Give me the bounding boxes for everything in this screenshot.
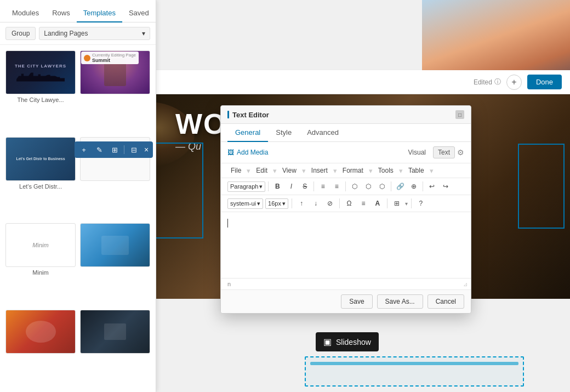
unlink-button[interactable]: ⊕ xyxy=(408,180,420,192)
bold-button[interactable]: B xyxy=(271,180,283,192)
menu-view[interactable]: View xyxy=(279,166,300,175)
modal-header: Text Editor □ xyxy=(221,106,471,124)
link-button[interactable]: 🔗 xyxy=(394,180,406,192)
tab-general[interactable]: General xyxy=(227,124,268,142)
chevron-down-icon: ▾ xyxy=(142,30,145,37)
edited-status: Edited ⓘ xyxy=(474,77,501,87)
redo-button[interactable]: ↪ xyxy=(440,180,452,192)
superscript-button[interactable]: ↑ xyxy=(295,197,307,209)
visual-tab-button[interactable]: Visual xyxy=(403,146,431,158)
save-button[interactable]: Save xyxy=(341,294,372,309)
template-item-minim[interactable]: Minim Minim xyxy=(5,223,76,305)
align-left-button[interactable]: ⬡ xyxy=(349,180,361,192)
info-icon[interactable]: ⓘ xyxy=(494,77,501,87)
text-editor-modal: Text Editor □ General Style Advanced 🖼 A… xyxy=(220,105,471,314)
settings-element-button[interactable]: ⊟ xyxy=(128,144,140,156)
move-element-button[interactable]: ⊞ xyxy=(109,144,121,156)
sidebar-tab-templates[interactable]: Templates xyxy=(77,4,122,22)
bullet-list-button[interactable]: ≡ xyxy=(317,180,329,192)
template-label-floral xyxy=(5,356,76,358)
close-element-button[interactable]: × xyxy=(143,145,150,154)
template-item-braids[interactable]: Currently Editing Page Summit xyxy=(80,50,150,133)
editing-badge-avatar xyxy=(84,55,90,61)
template-label-city: The City Lawye... xyxy=(5,96,76,105)
align-center-button[interactable]: ⬡ xyxy=(362,180,374,192)
done-button[interactable]: Done xyxy=(527,75,562,89)
modal-footer: Save Save As... Cancel xyxy=(221,289,471,313)
template-item-extra[interactable] xyxy=(80,310,150,385)
special-char-button[interactable]: Ω xyxy=(343,197,355,209)
sidebar-tab-saved[interactable]: Saved xyxy=(122,4,156,22)
template-thumb-green xyxy=(80,223,150,267)
sidebar-tab-rows[interactable]: Rows xyxy=(45,4,77,22)
filter-group-button[interactable]: Group xyxy=(5,27,36,40)
visual-text-toggle: Visual Text ⚙ xyxy=(403,146,464,158)
help-button[interactable]: ? xyxy=(415,197,427,209)
sidebar: Modules Rows Templates Saved Group Landi… xyxy=(0,0,156,392)
template-thumb-city: THE CITY LAWYERS xyxy=(5,50,76,94)
template-thumb-floral xyxy=(5,310,76,354)
modal-close-button[interactable]: □ xyxy=(455,110,464,119)
editing-badge-name: Summit xyxy=(92,58,136,63)
sidebar-tabs: Modules Rows Templates Saved xyxy=(0,0,156,22)
align-right-button[interactable]: ⬡ xyxy=(376,180,388,192)
template-thumb-lets-go: Let's Get Distr to Business xyxy=(5,137,76,181)
toolbar-divider xyxy=(124,145,124,154)
menu-insert[interactable]: Insert xyxy=(308,166,331,175)
add-button[interactable]: + xyxy=(506,75,522,90)
cancel-button[interactable]: Cancel xyxy=(428,294,464,309)
editor-font-bar: system-ui ▾ 16px ▾ ↑ ↓ ⊘ Ω ≡ A ⊞ ▾ ? xyxy=(221,195,471,212)
template-thumb-minim: Minim xyxy=(5,223,76,267)
modal-title: Text Editor xyxy=(232,111,269,119)
editor-content-area[interactable] xyxy=(221,212,471,278)
editor-gear-icon[interactable]: ⚙ xyxy=(457,148,464,157)
header-right: Edited ⓘ + Done xyxy=(474,75,562,90)
menu-format[interactable]: Format xyxy=(339,166,367,175)
menu-edit[interactable]: Edit xyxy=(253,166,271,175)
template-label-lets-go: Let's Get Distr... xyxy=(5,183,76,192)
menu-file[interactable]: File xyxy=(227,166,244,175)
clear-format-button[interactable]: ⊘ xyxy=(324,197,336,209)
editor-status-bar: n ⊿ xyxy=(221,278,471,289)
element-toolbar[interactable]: + ✎ ⊞ ⊟ × xyxy=(75,141,153,158)
dashed-selection-box xyxy=(305,356,524,387)
numbered-list-button[interactable]: ≡ xyxy=(330,180,343,192)
tab-advanced[interactable]: Advanced xyxy=(299,124,346,142)
text-tab-button[interactable]: Text xyxy=(433,146,455,158)
add-element-button[interactable]: + xyxy=(78,144,90,156)
template-item-lets-go[interactable]: Let's Get Distr to Business Let's Get Di… xyxy=(5,137,76,219)
font-family-select[interactable]: system-ui ▾ xyxy=(227,198,263,209)
editor-status-text: n xyxy=(227,281,231,287)
editor-cursor xyxy=(227,219,228,228)
edit-element-button[interactable]: ✎ xyxy=(93,144,105,156)
editor-format-bar: Paragraph ▾ B I S ≡ ≡ ⬡ ⬡ ⬡ 🔗 ⊕ ↩ ↪ xyxy=(221,178,471,195)
italic-button[interactable]: I xyxy=(285,180,297,192)
sidebar-tab-modules[interactable]: Modules xyxy=(5,4,45,22)
undo-button[interactable]: ↩ xyxy=(426,180,438,192)
menu-tools[interactable]: Tools xyxy=(375,166,397,175)
tab-style[interactable]: Style xyxy=(268,124,299,142)
table-button[interactable]: ⊞ xyxy=(391,197,403,209)
paragraph-select[interactable]: Paragraph ▾ xyxy=(227,181,265,192)
indent-button[interactable]: ≡ xyxy=(357,197,369,209)
modal-tabs: General Style Advanced xyxy=(221,124,471,142)
template-grid: THE CITY LAWYERS The City Lawye... Curre… xyxy=(0,45,156,390)
slideshow-icon: ▣ xyxy=(323,337,332,347)
menu-table[interactable]: Table xyxy=(405,166,428,175)
strikethrough-button[interactable]: S xyxy=(299,180,311,192)
template-item-floral[interactable] xyxy=(5,310,76,385)
template-label-green xyxy=(80,269,150,271)
sidebar-filter-row: Group Landing Pages ▾ xyxy=(0,22,156,45)
template-item-green[interactable] xyxy=(80,223,150,305)
subscript-button[interactable]: ↓ xyxy=(310,197,322,209)
save-as-button[interactable]: Save As... xyxy=(377,294,423,309)
format-sep-2 xyxy=(314,181,314,191)
filter-dropdown[interactable]: Landing Pages ▾ xyxy=(39,27,150,40)
text-color-button[interactable]: A xyxy=(372,197,384,209)
editor-menu-bar: File ▾ Edit ▾ View ▾ Insert ▾ Format ▾ T… xyxy=(221,163,471,178)
slideshow-label: Slideshow xyxy=(336,338,371,346)
editor-resize-handle[interactable]: ⊿ xyxy=(463,281,469,287)
font-size-select[interactable]: 16px ▾ xyxy=(265,198,288,209)
template-item-city[interactable]: THE CITY LAWYERS The City Lawye... xyxy=(5,50,76,133)
add-media-button[interactable]: 🖼 Add Media xyxy=(227,149,268,156)
